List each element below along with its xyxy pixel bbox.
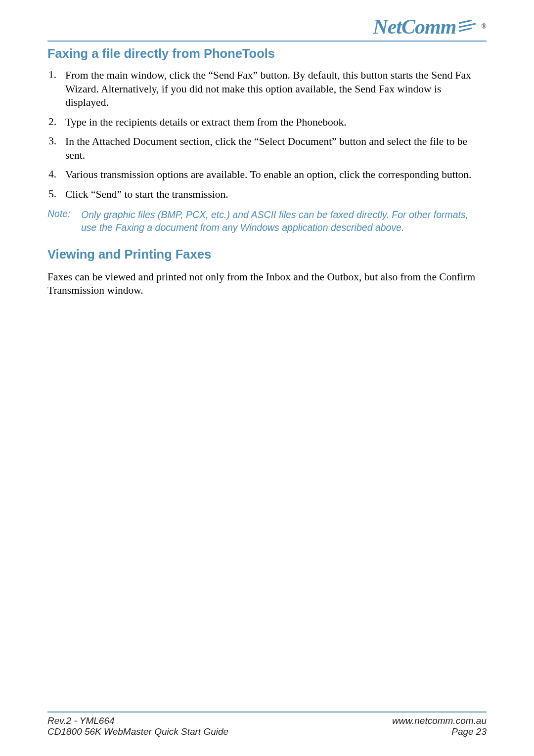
footer-right: www.netcomm.com.au Page 23 — [392, 715, 487, 737]
footer-left: Rev.2 - YML664 CD1800 56K WebMaster Quic… — [47, 715, 228, 737]
note-label: Note: — [47, 208, 81, 220]
step-text: From the main window, click the “Send Fa… — [62, 69, 487, 110]
brand-name: NetComm — [373, 15, 456, 39]
brand-logo: NetComm ® — [373, 15, 487, 39]
step-number: 2. — [47, 116, 62, 128]
note-text: Only graphic files (BMP, PCX, etc.) and … — [81, 208, 487, 234]
list-item: 4. Various transmission options are avai… — [47, 168, 487, 182]
doc-title: CD1800 56K WebMaster Quick Start Guide — [47, 726, 228, 737]
heading-faxing: Faxing a file directly from PhoneTools — [47, 46, 487, 61]
brand-lines-icon — [458, 20, 480, 33]
registered-mark: ® — [481, 23, 487, 31]
heading-viewing: Viewing and Printing Faxes — [47, 247, 487, 262]
step-text: Type in the recipients details or extrac… — [62, 116, 487, 130]
svg-line-2 — [459, 28, 472, 31]
header-rule — [47, 41, 487, 42]
step-text: In the Attached Document section, click … — [62, 135, 487, 162]
list-item: 1. From the main window, click the “Send… — [47, 69, 487, 110]
svg-line-0 — [459, 20, 472, 23]
step-text: Click “Send” to start the transmission. — [62, 188, 487, 202]
list-item: 5. Click “Send” to start the transmissio… — [47, 188, 487, 202]
website-url: www.netcomm.com.au — [392, 715, 487, 726]
step-number: 4. — [47, 168, 62, 180]
list-item: 2. Type in the recipients details or ext… — [47, 116, 487, 130]
step-text: Various transmission options are availab… — [62, 168, 487, 182]
footer-grid: Rev.2 - YML664 CD1800 56K WebMaster Quic… — [47, 715, 487, 737]
paragraph: Faxes can be viewed and printed not only… — [47, 270, 487, 298]
step-number: 3. — [47, 135, 62, 147]
step-number: 5. — [47, 188, 62, 200]
step-number: 1. — [47, 69, 62, 81]
page-footer: Rev.2 - YML664 CD1800 56K WebMaster Quic… — [47, 712, 487, 737]
footer-rule — [47, 712, 487, 712]
page-number: Page 23 — [392, 726, 487, 737]
revision-label: Rev.2 - YML664 — [47, 715, 228, 726]
document-page: NetComm ® Faxing a file directly from Ph… — [0, 0, 534, 756]
steps-list: 1. From the main window, click the “Send… — [47, 69, 487, 201]
note-block: Note: Only graphic files (BMP, PCX, etc.… — [47, 208, 487, 234]
svg-line-1 — [459, 24, 476, 27]
list-item: 3. In the Attached Document section, cli… — [47, 135, 487, 162]
